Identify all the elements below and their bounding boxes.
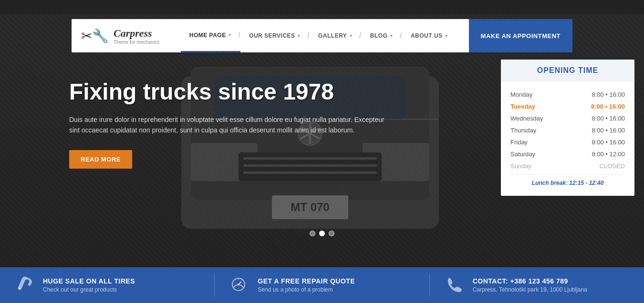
day-saturday: Saturday xyxy=(510,151,535,158)
opening-row-tuesday: Tuesday 8:00 • 16:00 xyxy=(510,101,625,112)
nav-item-home[interactable]: HOME PAGE ▼ / xyxy=(181,19,240,52)
nav-links: HOME PAGE ▼ / OUR SERVICES ▼ / GALLERY ▼… xyxy=(169,19,468,52)
wrench-icon xyxy=(14,274,33,297)
svg-rect-7 xyxy=(243,172,377,174)
svg-point-19 xyxy=(19,288,21,290)
nav-container: ✂🔧 Carpress Theme for mechanics HOME PAG… xyxy=(72,19,572,52)
time-saturday: 8:00 • 12:00 xyxy=(592,151,625,158)
bottom-text-contact: CONTACT: +386 123 456 789 Carpress, Tehn… xyxy=(473,277,587,293)
time-monday: 8:00 • 16:00 xyxy=(592,91,625,98)
bottom-subtitle-contact: Carpress, Tehnološki park 19, 1000 Ljubl… xyxy=(473,286,587,293)
day-monday: Monday xyxy=(510,91,532,98)
logo-icon: ✂🔧 xyxy=(81,28,109,44)
opening-row-saturday: Saturday 8:00 • 12:00 xyxy=(510,148,625,160)
bottom-text-tires: HUGE SALE ON ALL TIRES Check out our gre… xyxy=(43,277,135,293)
nav-item-services[interactable]: OUR SERVICES ▼ / xyxy=(240,19,310,52)
day-friday: Friday xyxy=(510,139,528,146)
opening-row-friday: Friday 8:00 • 16:00 xyxy=(510,136,625,148)
time-sunday: CLOSED xyxy=(600,162,625,170)
time-friday: 8:00 • 16:00 xyxy=(592,139,625,146)
hero-description: Duis aute irure dolor in reprehenderit i… xyxy=(69,114,394,136)
bottom-text-quote: GET A FREE REPAIR QUOTE Send us a photo … xyxy=(258,277,355,293)
chevron-down-icon: ▼ xyxy=(349,34,353,38)
phone-icon xyxy=(444,274,463,297)
read-more-button[interactable]: READ MORE xyxy=(69,150,132,169)
bottom-title-contact: CONTACT: +386 123 456 789 xyxy=(473,277,587,285)
slider-dot-3[interactable] xyxy=(329,231,334,236)
chevron-down-icon: ▼ xyxy=(445,34,448,38)
logo-area: ✂🔧 Carpress Theme for mechanics xyxy=(72,27,169,45)
bottom-bar: HUGE SALE ON ALL TIRES Check out our gre… xyxy=(0,267,644,303)
svg-text:MT 070: MT 070 xyxy=(291,201,329,213)
opening-row-thursday: Thursday 8:00 • 16:00 xyxy=(510,124,625,136)
main-wrapper: MT 070 ✂🔧 Carpress Theme for mechanics H… xyxy=(0,14,644,303)
opening-row-sunday: Sunday CLOSED xyxy=(510,160,625,172)
opening-header: OPENING TIME xyxy=(501,60,634,81)
slider-dot-2[interactable] xyxy=(319,231,325,236)
bottom-subtitle-quote: Send us a photo of a problem xyxy=(258,286,355,293)
bottom-title-tires: HUGE SALE ON ALL TIRES xyxy=(43,277,135,285)
nav-item-blog[interactable]: BLOG ▼ / xyxy=(362,19,402,52)
gauge-icon xyxy=(229,274,248,297)
bottom-subtitle-tires: Check out our great products xyxy=(43,286,135,293)
chevron-down-icon: ▼ xyxy=(389,34,393,38)
hero-content: Fixing trucks since 1978 Duis aute irure… xyxy=(69,79,394,169)
lunch-break: Lunch break: 12:15 - 12:40 xyxy=(510,174,625,189)
appointment-button[interactable]: MAKE AN APPOINTMENT xyxy=(469,19,572,52)
svg-point-22 xyxy=(238,283,239,285)
day-thursday: Thursday xyxy=(510,127,536,134)
nav-item-about[interactable]: ABOUT US ▼ xyxy=(402,19,457,52)
time-tuesday: 8:00 • 16:00 xyxy=(591,103,625,110)
day-tuesday: Tuesday xyxy=(510,103,535,110)
nav-item-gallery[interactable]: GALLERY ▼ / xyxy=(310,19,362,52)
chevron-down-icon: ▼ xyxy=(228,33,232,37)
time-thursday: 8:00 • 16:00 xyxy=(592,127,625,134)
hero-title: Fixing trucks since 1978 xyxy=(69,79,394,105)
opening-body: Monday 8:00 • 16:00 Tuesday 8:00 • 16:00… xyxy=(501,81,634,196)
bottom-item-tires[interactable]: HUGE SALE ON ALL TIRES Check out our gre… xyxy=(0,274,215,297)
top-bar xyxy=(0,0,644,14)
logo-title[interactable]: Carpress xyxy=(114,27,159,40)
bottom-title-quote: GET A FREE REPAIR QUOTE xyxy=(258,277,355,285)
slider-dots xyxy=(310,231,334,236)
logo-text: Carpress Theme for mechanics xyxy=(114,27,159,45)
day-sunday: Sunday xyxy=(510,162,531,170)
bottom-item-contact[interactable]: CONTACT: +386 123 456 789 Carpress, Tehn… xyxy=(430,274,644,297)
opening-row-monday: Monday 8:00 • 16:00 xyxy=(510,89,625,101)
chevron-down-icon: ▼ xyxy=(297,34,301,38)
slider-dot-1[interactable] xyxy=(310,231,315,236)
opening-row-wednesday: Wednesday 8:00 • 16:00 xyxy=(510,112,625,124)
logo-subtitle: Theme for mechanics xyxy=(114,40,159,45)
time-wednesday: 8:00 • 16:00 xyxy=(592,115,625,122)
opening-panel: OPENING TIME Monday 8:00 • 16:00 Tuesday… xyxy=(501,60,634,196)
bottom-item-quote[interactable]: GET A FREE REPAIR QUOTE Send us a photo … xyxy=(215,274,429,297)
day-wednesday: Wednesday xyxy=(510,115,543,122)
